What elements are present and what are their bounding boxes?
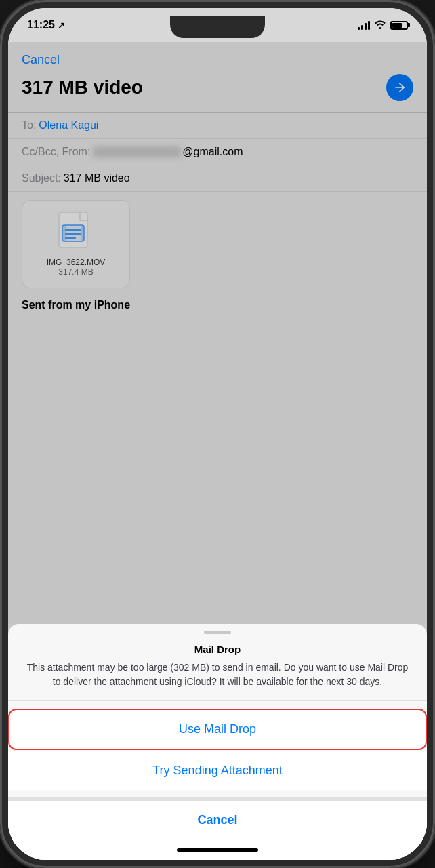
sheet-handle xyxy=(8,624,427,634)
sheet-title: Mail Drop xyxy=(22,644,413,655)
sheet-content: Mail Drop This attachment may be too lar… xyxy=(8,634,427,689)
signal-icon xyxy=(358,20,370,30)
sheet-actions: Use Mail Drop Try Sending Attachment Can… xyxy=(8,700,427,840)
status-icons xyxy=(358,20,408,31)
cancel-sheet-button[interactable]: Cancel xyxy=(8,797,427,840)
wifi-icon xyxy=(374,20,386,31)
notch xyxy=(170,16,265,38)
status-time: 11:25 ↗ xyxy=(27,19,65,31)
phone-frame: 11:25 ↗ xyxy=(0,0,435,868)
bottom-sheet-overlay: Mail Drop This attachment may be too lar… xyxy=(8,624,427,860)
time-display: 11:25 xyxy=(27,19,55,31)
sheet-description: This attachment may be too large (302 MB… xyxy=(22,660,413,689)
location-icon: ↗ xyxy=(58,20,65,31)
screen: 11:25 ↗ xyxy=(8,8,427,860)
home-bar xyxy=(177,848,258,852)
use-mail-drop-button[interactable]: Use Mail Drop xyxy=(8,709,427,750)
compose-area: Cancel 317 MB video To: Olena Kagui xyxy=(8,42,427,860)
try-sending-button[interactable]: Try Sending Attachment xyxy=(8,751,427,790)
battery-icon xyxy=(390,21,408,30)
home-indicator xyxy=(8,840,427,860)
action-sheet: Mail Drop This attachment may be too lar… xyxy=(8,624,427,860)
sheet-handle-bar xyxy=(204,631,231,634)
